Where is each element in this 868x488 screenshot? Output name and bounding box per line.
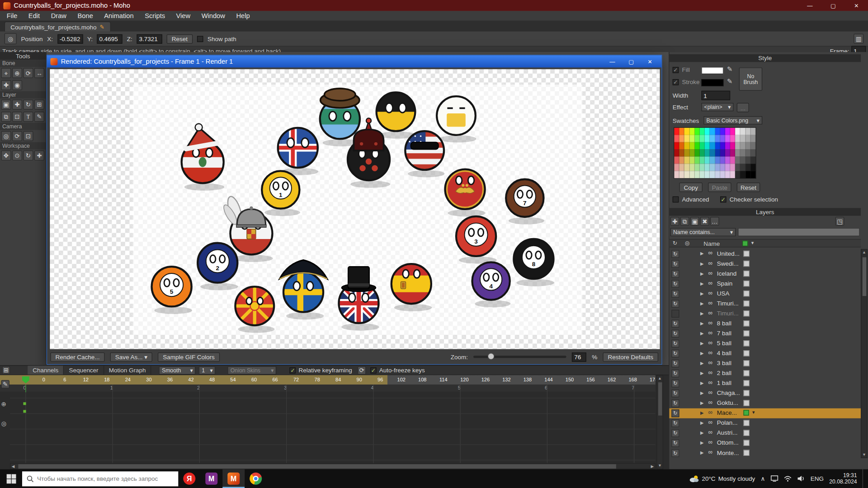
color-swatch[interactable] <box>735 135 740 142</box>
layer-filter-input[interactable] <box>738 228 859 236</box>
timeline-vscrollbar[interactable]: ▲ ▼ <box>656 375 663 469</box>
keyframe-dot[interactable] <box>23 402 26 405</box>
layer-checkbox[interactable] <box>744 450 750 456</box>
relative-keyframing-checkbox[interactable]: ✓ <box>290 367 296 373</box>
color-swatch[interactable] <box>730 164 735 171</box>
color-swatch[interactable] <box>684 128 689 135</box>
color-swatch[interactable] <box>705 171 710 178</box>
timeline-hscrollbar-thumb[interactable] <box>18 464 616 469</box>
color-swatch[interactable] <box>710 171 715 178</box>
layer-checkbox[interactable] <box>744 251 750 257</box>
layer-comp-icon[interactable]: ◳ <box>835 217 844 226</box>
wifi-icon[interactable] <box>784 475 792 482</box>
track-camera-icon[interactable]: ◎ <box>5 33 17 44</box>
color-swatch[interactable] <box>700 171 705 178</box>
layer-row-usa[interactable]: ↻▶∞USA <box>669 289 861 299</box>
menu-view[interactable]: View <box>176 12 191 19</box>
color-swatch[interactable] <box>720 164 725 171</box>
edit-keys-icon[interactable]: ✎ <box>1 380 9 388</box>
color-swatch[interactable] <box>720 150 725 157</box>
render-close-button[interactable]: ✕ <box>642 56 658 66</box>
layer-checkbox[interactable] <box>744 291 750 296</box>
menu-draw[interactable]: Draw <box>51 12 66 19</box>
tool-icon[interactable]: ✚ <box>34 150 44 160</box>
color-swatch[interactable] <box>710 128 715 135</box>
color-swatch[interactable] <box>720 171 725 178</box>
layers-scrollbar[interactable]: ▲ ▼ <box>861 249 868 458</box>
timeline-corner-icon[interactable]: ⊞ <box>2 366 10 374</box>
color-swatch[interactable] <box>745 157 750 164</box>
color-swatch[interactable] <box>689 164 694 171</box>
color-swatch[interactable] <box>720 135 725 142</box>
color-swatch[interactable] <box>710 164 715 171</box>
reset-style-button[interactable]: Reset <box>737 183 760 192</box>
color-swatch[interactable] <box>679 142 684 150</box>
color-swatch[interactable] <box>715 150 720 157</box>
color-swatch[interactable] <box>750 135 755 142</box>
weather-widget[interactable]: 20°CMostly cloudy <box>689 475 755 483</box>
tool-icon[interactable]: ⊕ <box>12 68 22 78</box>
layer-expand-icon[interactable]: ▶ <box>700 251 704 256</box>
color-swatch[interactable] <box>700 164 705 171</box>
layer-loop-icon[interactable]: ↻ <box>671 290 679 298</box>
add-key-icon[interactable]: ⊕ <box>1 401 9 408</box>
color-swatch[interactable] <box>674 142 679 150</box>
checker-selection-checkbox[interactable]: ✓ <box>720 196 726 202</box>
color-swatch[interactable] <box>710 150 715 157</box>
keyframe-dot[interactable] <box>23 410 26 413</box>
tool-icon[interactable]: ⟳ <box>12 131 22 141</box>
zoom-slider[interactable] <box>473 356 566 358</box>
color-swatch[interactable] <box>741 128 745 135</box>
layer-row-5-ball[interactable]: ↻▶∞5 ball <box>669 338 861 348</box>
layers-scrollbar-thumb[interactable] <box>863 257 867 296</box>
paste-button[interactable]: Paste <box>708 183 731 192</box>
color-swatch[interactable] <box>700 142 705 150</box>
layer-expand-icon[interactable]: ▶ <box>700 411 704 416</box>
color-swatch[interactable] <box>684 171 689 178</box>
menu-file[interactable]: File <box>7 12 18 19</box>
group-layer-icon[interactable]: ▣ <box>690 217 699 226</box>
tool-icon[interactable]: ✥ <box>1 150 11 160</box>
color-swatch[interactable] <box>694 142 699 150</box>
show-path-checkbox[interactable] <box>197 36 203 42</box>
position-x-input[interactable] <box>57 34 83 43</box>
layer-loop-icon[interactable]: ↻ <box>671 419 679 427</box>
playhead-marker[interactable] <box>22 376 29 384</box>
layer-row-3-ball[interactable]: ↻▶∞3 ball <box>669 358 861 368</box>
tool-icon[interactable]: ⊙ <box>12 150 22 160</box>
color-swatch[interactable] <box>700 157 705 164</box>
color-swatch[interactable] <box>705 142 710 150</box>
tool-icon[interactable]: ✚ <box>12 99 22 109</box>
color-swatch[interactable] <box>741 157 745 164</box>
color-swatch[interactable] <box>741 164 745 171</box>
layer-loop-icon[interactable]: ↻ <box>671 370 679 377</box>
color-swatch[interactable] <box>700 135 705 142</box>
stroke-color-swatch[interactable] <box>701 79 723 86</box>
color-swatch[interactable] <box>674 164 679 171</box>
columns-icon[interactable]: ▥ <box>854 34 863 44</box>
layer-loop-icon[interactable]: ↻ <box>671 350 679 357</box>
no-brush-button[interactable]: No Brush <box>739 67 762 90</box>
layer-checkbox[interactable] <box>744 330 750 336</box>
layer-loop-icon[interactable]: ↻ <box>671 399 679 407</box>
layer-checkbox[interactable] <box>744 380 750 386</box>
layer-checkbox[interactable] <box>744 360 750 366</box>
interpolation-dropdown[interactable]: Smooth▾ <box>159 366 196 374</box>
color-swatch[interactable] <box>705 157 710 164</box>
layer-checkbox[interactable] <box>744 310 750 316</box>
color-swatch[interactable] <box>679 164 684 171</box>
layer-color-chip[interactable] <box>744 410 749 415</box>
color-swatch[interactable] <box>694 150 699 157</box>
width-input[interactable] <box>701 91 730 100</box>
color-swatch[interactable] <box>715 171 720 178</box>
color-swatch[interactable] <box>679 135 684 142</box>
layer-row-8-ball[interactable]: ↻▶∞8 ball <box>669 319 861 328</box>
effect-more-button[interactable]: ... <box>737 103 749 113</box>
color-swatch[interactable] <box>679 128 684 135</box>
layer-expand-icon[interactable]: ▶ <box>700 291 704 296</box>
color-swatch[interactable] <box>674 171 679 178</box>
auto-freeze-checkbox[interactable]: ✓ <box>370 367 376 373</box>
layer-expand-icon[interactable]: ▶ <box>700 351 704 356</box>
color-swatch[interactable] <box>730 135 735 142</box>
show-desktop-button[interactable] <box>863 469 865 488</box>
